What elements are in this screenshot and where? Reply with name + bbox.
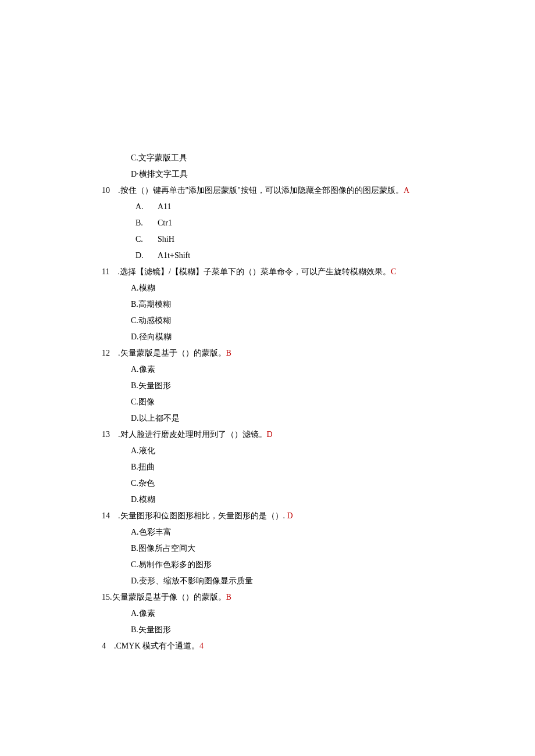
text-span: D·横排文字工具 — [131, 170, 188, 178]
text-span: C.杂色 — [131, 479, 155, 488]
text-line: B.图像所占空间大 — [102, 540, 433, 557]
text-line: B.扭曲 — [102, 459, 433, 475]
text-span: A1t+Shift — [158, 251, 190, 260]
text-span: B.矢量图形 — [131, 625, 171, 634]
option-letter: B. — [135, 215, 158, 231]
text-line: C.动感模糊 — [102, 313, 433, 329]
text-span: D.模糊 — [131, 495, 155, 504]
text-span: D.变形、缩放不影响图像显示质量 — [131, 576, 253, 585]
text-span: A.色彩丰富 — [131, 528, 172, 536]
text-span: B.扭曲 — [131, 463, 155, 471]
text-span: D.径向模糊 — [131, 332, 172, 341]
text-span: ShiH — [158, 235, 174, 243]
text-line: 10 .按住（）键再单击"添加图层蒙版"按钮，可以添加隐藏全部图像的的图层蒙版。… — [102, 182, 433, 199]
text-line: D.模糊 — [102, 492, 433, 508]
text-span: C.文字蒙版工具 — [131, 153, 187, 162]
text-span: D.以上都不是 — [131, 414, 180, 422]
text-line: B.高期模糊 — [102, 296, 433, 313]
text-line: D·横排文字工具 — [102, 166, 433, 182]
text-line: D.A1t+Shift — [102, 248, 433, 264]
answer-text: D — [267, 430, 273, 439]
text-span: 13 .对人脸进行磨皮处理时用到了（）滤镜。 — [102, 430, 267, 439]
answer-text: B — [226, 593, 231, 601]
text-line: A.A11 — [102, 199, 433, 215]
text-line: A.液化 — [102, 443, 433, 459]
text-span: B.矢量图形 — [131, 381, 171, 390]
text-span: 15.矢量蒙版是基于像（）的蒙版。 — [102, 593, 226, 601]
option-letter: D. — [135, 248, 158, 264]
text-span: A11 — [158, 202, 172, 211]
text-line: C.ShiH — [102, 231, 433, 248]
text-line: C.文字蒙版工具 — [102, 150, 433, 166]
text-span: B.图像所占空间大 — [131, 544, 195, 553]
text-span: A.像素 — [131, 365, 155, 374]
text-span: 4 .CMYK 模式有个通道。 — [102, 642, 199, 650]
text-line: D.变形、缩放不影响图像显示质量 — [102, 573, 433, 589]
text-line: 12 .矢量蒙版是基于（）的蒙版。B — [102, 345, 433, 361]
text-span: A.液化 — [131, 446, 155, 455]
text-span: C.易制作色彩多的图形 — [131, 560, 212, 569]
text-line: 14 .矢量图形和位图图形相比，矢量图形的是（）. D — [102, 508, 433, 524]
text-line: A.模糊 — [102, 280, 433, 296]
option-letter: C. — [135, 231, 158, 248]
text-line: B.Ctr1 — [102, 215, 433, 231]
answer-text: 4 — [199, 642, 204, 650]
text-span: Ctr1 — [158, 218, 172, 227]
text-line: 13 .对人脸进行磨皮处理时用到了（）滤镜。D — [102, 427, 433, 443]
text-span: 11 .选择【滤镜】/【模糊】子菜单下的（）菜单命令，可以产生旋转模糊效果。 — [102, 267, 391, 276]
text-line: D.以上都不是 — [102, 410, 433, 427]
text-line: 4 .CMYK 模式有个通道。4 — [102, 638, 433, 654]
text-span: A.模糊 — [131, 284, 155, 292]
answer-text: A — [404, 186, 409, 195]
text-line: C.图像 — [102, 394, 433, 410]
text-span: 12 .矢量蒙版是基于（）的蒙版。 — [102, 349, 226, 357]
text-span: B.高期模糊 — [131, 300, 171, 309]
text-line: B.矢量图形 — [102, 622, 433, 638]
text-line: 11 .选择【滤镜】/【模糊】子菜单下的（）菜单命令，可以产生旋转模糊效果。C — [102, 264, 433, 280]
text-line: 15.矢量蒙版是基于像（）的蒙版。B — [102, 589, 433, 605]
text-line: A.像素 — [102, 361, 433, 378]
answer-text: D — [285, 511, 293, 520]
text-span: A.像素 — [131, 609, 155, 618]
text-line: C.易制作色彩多的图形 — [102, 557, 433, 573]
answer-text: C — [391, 267, 396, 276]
text-span: C.图像 — [131, 397, 155, 406]
answer-text: B — [226, 349, 231, 357]
text-line: A.色彩丰富 — [102, 524, 433, 540]
text-span: C.动感模糊 — [131, 316, 171, 325]
text-span: 14 .矢量图形和位图图形相比，矢量图形的是（）. — [102, 511, 285, 520]
text-line: C.杂色 — [102, 475, 433, 492]
text-line: B.矢量图形 — [102, 378, 433, 394]
text-line: A.像素 — [102, 605, 433, 622]
text-line: D.径向模糊 — [102, 329, 433, 345]
option-letter: A. — [135, 199, 158, 215]
text-span: 10 .按住（）键再单击"添加图层蒙版"按钮，可以添加隐藏全部图像的的图层蒙版。 — [102, 186, 404, 195]
document-page: C.文字蒙版工具D·横排文字工具10 .按住（）键再单击"添加图层蒙版"按钮，可… — [0, 0, 535, 756]
